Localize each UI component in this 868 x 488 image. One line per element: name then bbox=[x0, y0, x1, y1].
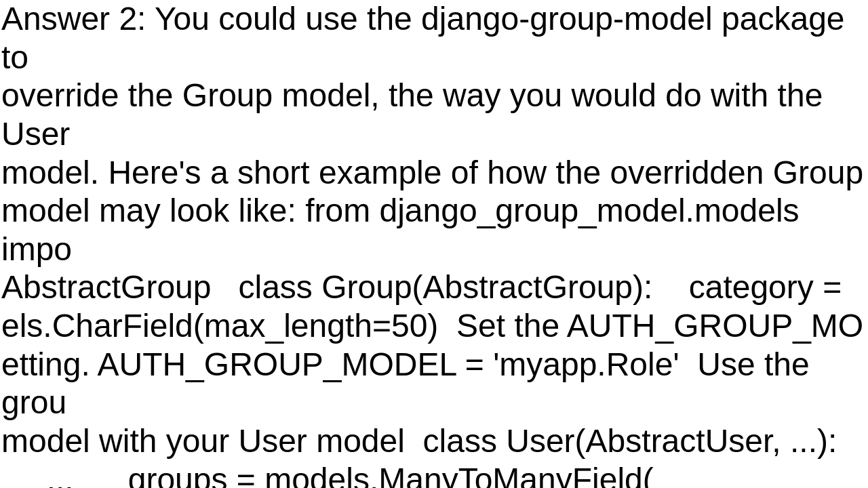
text-line-4: AbstractGroup class Group(AbstractGroup)… bbox=[1, 268, 867, 307]
main-content: Answer 2: You could use the django-group… bbox=[0, 0, 868, 488]
text-line-8: ... groups = models.ManyToManyField( bbox=[1, 461, 867, 489]
text-line-2: model. Here's a short example of how the… bbox=[1, 154, 867, 192]
text-line-0: Answer 2: You could use the django-group… bbox=[1, 0, 867, 77]
text-line-3: model may look like: from django_group_m… bbox=[1, 192, 867, 268]
text-line-5: els.CharField(max_length=50) Set the AUT… bbox=[1, 307, 867, 346]
text-line-1: override the Group model, the way you wo… bbox=[1, 77, 867, 153]
text-line-7: model with your User model class User(Ab… bbox=[1, 422, 867, 461]
text-line-6: etting. AUTH_GROUP_MODEL = 'myapp.Role' … bbox=[1, 346, 867, 422]
answer-text: Answer 2: You could use the django-group… bbox=[0, 0, 868, 488]
